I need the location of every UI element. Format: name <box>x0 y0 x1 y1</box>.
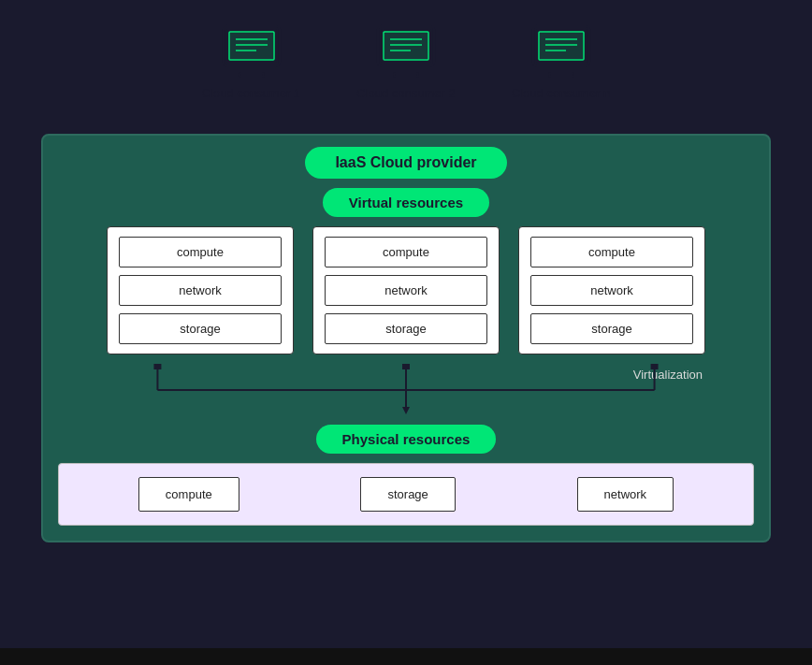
virtual-box-1-compute: compute <box>119 237 282 267</box>
virtual-box-2: compute network storage <box>312 226 500 354</box>
physical-section: Physical resources compute storage netwo… <box>58 425 754 526</box>
svg-rect-5 <box>239 73 264 77</box>
virtualization-area: Virtualization <box>58 364 754 415</box>
svg-rect-34 <box>402 364 410 369</box>
bottom-bar <box>0 648 812 665</box>
virtual-box-3-network: network <box>530 275 693 306</box>
svg-rect-21 <box>540 33 583 59</box>
consumer-1: Cloud consumer 1 <box>202 24 301 100</box>
virtual-box-1-storage: storage <box>119 313 282 344</box>
connector-lines <box>58 364 754 415</box>
consumers-row: Cloud consumer 1 Cloud consumer 2 <box>202 15 611 100</box>
consumer-2: Cloud consumer 2 <box>356 24 456 100</box>
main-container: Cloud consumer 1 Cloud consumer 2 <box>22 15 790 651</box>
svg-rect-33 <box>153 364 161 369</box>
virtual-box-2-storage: storage <box>325 313 487 344</box>
svg-rect-3 <box>230 33 273 59</box>
physical-compute: compute <box>138 477 239 512</box>
svg-rect-23 <box>549 73 573 77</box>
consumer-2-label: Cloud consumer 2 <box>356 86 456 100</box>
monitor-icon-1 <box>219 24 284 80</box>
consumer-n-label: Cloud consumer n <box>512 86 611 100</box>
virtual-box-1-network: network <box>119 275 282 306</box>
consumer-1-label: Cloud consumer 1 <box>202 86 301 100</box>
iaas-provider-box: IaaS Cloud provider Virtual resources co… <box>41 134 771 542</box>
virtual-box-1: compute network storage <box>107 226 294 354</box>
consumer-n: Cloud consumer n <box>512 24 611 100</box>
monitor-icon-n <box>529 24 594 80</box>
virtual-section: Virtual resources compute network storag… <box>58 188 754 354</box>
virtual-resources-label: Virtual resources <box>323 188 489 217</box>
virtual-box-2-network: network <box>325 275 487 306</box>
physical-network: network <box>577 477 674 512</box>
virtual-boxes-row: compute network storage compute network … <box>58 226 754 354</box>
virtual-box-2-compute: compute <box>325 237 487 267</box>
svg-rect-14 <box>394 73 418 77</box>
monitor-icon-2 <box>373 24 439 80</box>
physical-storage: storage <box>360 477 455 512</box>
consumers-to-iaas-arrow <box>405 111 407 134</box>
svg-rect-12 <box>384 33 428 59</box>
virtual-box-3-compute: compute <box>530 237 693 267</box>
iaas-label: IaaS Cloud provider <box>305 147 506 179</box>
virtual-box-3: compute network storage <box>518 226 705 354</box>
virtual-box-3-storage: storage <box>530 313 693 344</box>
physical-inner-box: compute storage network <box>58 463 754 526</box>
svg-marker-32 <box>402 407 410 414</box>
physical-resources-label: Physical resources <box>316 425 497 454</box>
svg-rect-35 <box>651 364 659 369</box>
